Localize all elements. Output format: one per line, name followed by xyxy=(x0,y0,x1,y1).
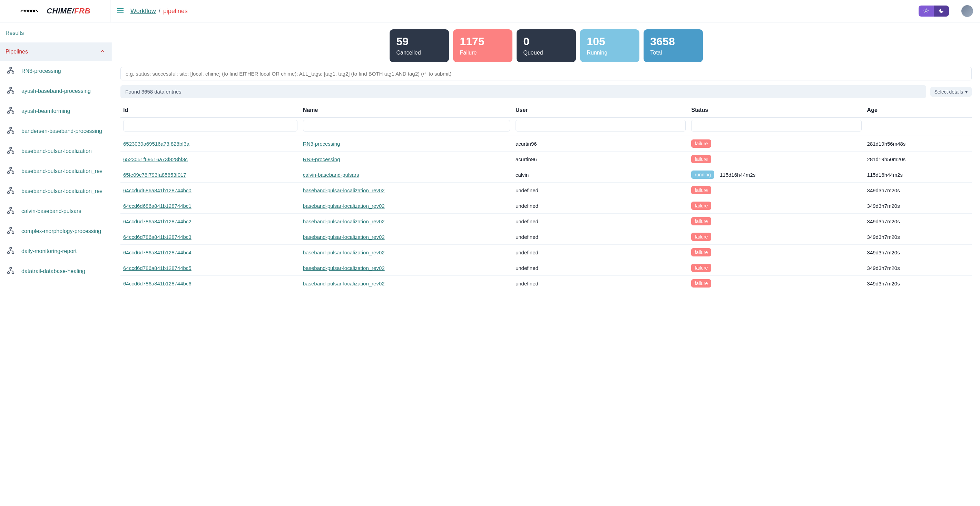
sidebar-subitem[interactable]: RN3-processing xyxy=(0,61,112,81)
sidebar-subitem[interactable]: complex-morphology-processing xyxy=(0,221,112,241)
svg-rect-94 xyxy=(12,272,14,274)
stat-cancelled[interactable]: 59 Cancelled xyxy=(390,29,449,62)
table-row: 6523051f69516a73f828bf3c RN3-processing … xyxy=(121,151,972,167)
stat-queued-label: Queued xyxy=(523,50,569,56)
sidebar-subitem[interactable]: baseband-pulsar-localization xyxy=(0,141,112,161)
col-id[interactable]: Id xyxy=(121,103,300,118)
sidebar-subitem[interactable]: ayush-baseband-processing xyxy=(0,81,112,101)
status-badge: failure xyxy=(691,202,711,210)
light-mode-button[interactable] xyxy=(919,6,934,17)
row-name-link[interactable]: baseband-pulsar-localization_rev02 xyxy=(303,250,385,255)
col-age[interactable]: Age xyxy=(864,103,972,118)
row-user: undefined xyxy=(513,276,689,291)
stat-cancelled-value: 59 xyxy=(396,35,442,48)
filter-id-input[interactable] xyxy=(123,120,298,132)
sidebar-subitem[interactable]: calvin-baseband-pulsars xyxy=(0,201,112,221)
svg-rect-13 xyxy=(8,72,10,73)
sidebar-subitem[interactable]: datatrail-database-healing xyxy=(0,261,112,281)
logo-wave-icon xyxy=(20,5,44,17)
moon-icon xyxy=(939,8,944,14)
sidebar-subitem[interactable]: ayush-beamforming xyxy=(0,101,112,121)
row-name-link[interactable]: baseband-pulsar-localization_rev02 xyxy=(303,265,385,271)
svg-rect-37 xyxy=(8,132,10,134)
table-row: 64ccd6d786a841b128744bc6 baseband-pulsar… xyxy=(121,276,972,291)
svg-rect-46 xyxy=(12,152,14,154)
row-name-link[interactable]: RN3-processing xyxy=(303,156,340,162)
row-name-link[interactable]: baseband-pulsar-localization_rev02 xyxy=(303,203,385,209)
sidebar-item-results[interactable]: Results xyxy=(0,24,112,43)
breadcrumb-workflow[interactable]: Workflow xyxy=(130,8,156,15)
stat-running[interactable]: 105 Running xyxy=(580,29,640,62)
svg-rect-84 xyxy=(10,247,12,249)
svg-rect-86 xyxy=(12,252,14,254)
stat-total-label: Total xyxy=(651,50,696,56)
sun-icon xyxy=(923,8,929,15)
sidebar-subitem[interactable]: daily-monitoring-report xyxy=(0,241,112,261)
row-id-link[interactable]: 64ccd6d686a841b128744bc1 xyxy=(123,203,191,209)
svg-rect-69 xyxy=(8,212,10,214)
row-id-link[interactable]: 64ccd6d786a841b128744bc3 xyxy=(123,234,191,240)
sidebar-subitem-label: complex-morphology-processing xyxy=(21,228,101,234)
sidebar-subitem[interactable]: bandersen-baseband-processing xyxy=(0,121,112,141)
sidebar-subitem-label: RN3-processing xyxy=(21,68,61,74)
row-id-link[interactable]: 6523039a69516a73f828bf3a xyxy=(123,141,189,147)
sitemap-icon xyxy=(7,87,14,95)
row-age: 281d19h50m20s xyxy=(864,151,972,167)
sidebar-subitem[interactable]: baseband-pulsar-localization_rev xyxy=(0,161,112,181)
stat-queued[interactable]: 0 Queued xyxy=(517,29,576,62)
svg-rect-45 xyxy=(8,152,10,154)
stat-failure[interactable]: 1175 Failure xyxy=(453,29,512,62)
status-badge: failure xyxy=(691,140,711,148)
search-input[interactable] xyxy=(121,67,972,80)
sidebar-subitem[interactable]: baseband-pulsar-localization_rev xyxy=(0,181,112,201)
dark-mode-button[interactable] xyxy=(934,6,949,17)
row-name-link[interactable]: baseband-pulsar-localization_rev02 xyxy=(303,281,385,286)
row-id-link[interactable]: 64ccd6d786a841b128744bc6 xyxy=(123,281,191,286)
sidebar-subitems: RN3-processing ayush-baseband-processing… xyxy=(0,61,112,281)
col-status[interactable]: Status xyxy=(689,103,864,118)
col-user[interactable]: User xyxy=(513,103,689,118)
logo[interactable]: CHIME/FRB xyxy=(20,5,91,17)
sitemap-icon xyxy=(7,67,14,76)
svg-rect-22 xyxy=(12,92,14,94)
svg-rect-85 xyxy=(8,252,10,254)
sidebar-subitem-label: daily-monitoring-report xyxy=(21,248,76,255)
sidebar-subitem-label: calvin-baseband-pulsars xyxy=(21,208,81,214)
row-user: undefined xyxy=(513,198,689,214)
filter-user-input[interactable] xyxy=(515,120,686,132)
logo-frb-text: FRB xyxy=(74,6,91,15)
row-id-link[interactable]: 6523051f69516a73f828bf3c xyxy=(123,156,188,162)
row-id-link[interactable]: 65fe09c78f793fa85853f017 xyxy=(123,172,186,178)
table-row: 65fe09c78f793fa85853f017 calvin-baseband… xyxy=(121,167,972,183)
row-id-link[interactable]: 64ccd6d786a841b128744bc4 xyxy=(123,250,191,255)
svg-rect-12 xyxy=(10,67,12,69)
row-name-link[interactable]: RN3-processing xyxy=(303,141,340,147)
row-id-link[interactable]: 64ccd6d786a841b128744bc2 xyxy=(123,218,191,224)
status-badge: failure xyxy=(691,186,711,194)
row-age: 349d3h7m20s xyxy=(864,276,972,291)
row-name-link[interactable]: calvin-baseband-pulsars xyxy=(303,172,359,178)
sitemap-icon xyxy=(7,147,14,156)
sidebar-subitem-label: datatrail-database-healing xyxy=(21,268,85,274)
row-name-link[interactable]: baseband-pulsar-localization_rev02 xyxy=(303,188,385,193)
pipelines-table: Id Name User Status Age 6523039a69516a73… xyxy=(121,103,972,291)
filter-status-input[interactable] xyxy=(691,120,861,132)
filter-name-input[interactable] xyxy=(303,120,510,132)
row-age: 349d3h7m20s xyxy=(864,229,972,245)
table-row: 64ccd6d786a841b128744bc5 baseband-pulsar… xyxy=(121,260,972,276)
avatar[interactable] xyxy=(961,5,973,17)
row-user: undefined xyxy=(513,245,689,260)
col-name[interactable]: Name xyxy=(300,103,513,118)
svg-rect-62 xyxy=(12,192,14,194)
row-id-link[interactable]: 64ccd6d786a841b128744bc5 xyxy=(123,265,191,271)
row-age: 349d3h7m20s xyxy=(864,214,972,229)
sidebar-item-pipelines[interactable]: Pipelines xyxy=(0,43,112,61)
hamburger-icon[interactable] xyxy=(117,8,124,14)
row-name-link[interactable]: baseband-pulsar-localization_rev02 xyxy=(303,234,385,240)
row-name-link[interactable]: baseband-pulsar-localization_rev02 xyxy=(303,218,385,224)
row-id-link[interactable]: 64ccd6d686a841b128744bc0 xyxy=(123,188,191,193)
stat-running-label: Running xyxy=(587,50,633,56)
stat-total[interactable]: 3658 Total xyxy=(644,29,703,62)
select-details-dropdown[interactable]: Select details ▾ xyxy=(930,87,972,97)
row-user: undefined xyxy=(513,260,689,276)
